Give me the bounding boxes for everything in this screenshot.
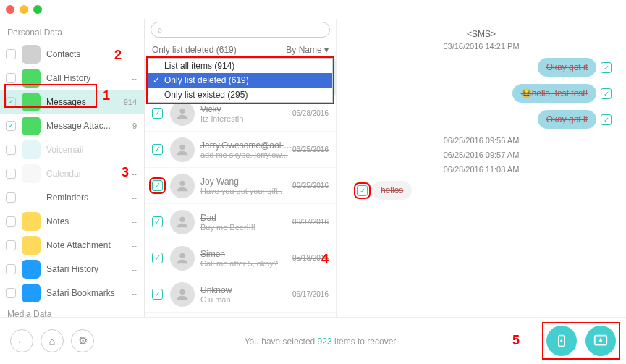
checkbox[interactable]: ✓ xyxy=(6,121,16,131)
conv-checkbox[interactable]: ✓ xyxy=(152,144,163,155)
sidebar-count: 914 xyxy=(124,98,137,106)
settings-button[interactable]: ⚙ xyxy=(71,329,94,352)
checkbox[interactable] xyxy=(6,216,16,227)
sidebar-item-contacts[interactable]: Contacts xyxy=(0,42,144,66)
bubble-checkbox[interactable]: ✓ xyxy=(601,114,612,125)
sidebar-item-safari-history[interactable]: Safari History -- xyxy=(0,257,144,281)
category-icon xyxy=(22,284,41,302)
svg-point-2 xyxy=(179,144,185,149)
sidebar-item-note-attachment[interactable]: Note Attachment -- xyxy=(0,233,144,257)
sidebar-item-voicemail[interactable]: Voicemail -- xyxy=(0,137,144,161)
conv-name: Simon xyxy=(200,249,292,259)
checkbox[interactable] xyxy=(6,192,16,203)
category-icon xyxy=(22,45,41,64)
sidebar-item-call-history[interactable]: Call History -- xyxy=(0,66,144,90)
conv-name: Joy Wang xyxy=(200,177,292,187)
filter-option[interactable]: Only list existed (295) xyxy=(148,88,332,102)
category-icon xyxy=(22,140,41,159)
conv-checkbox[interactable]: ✓ xyxy=(152,108,163,119)
avatar-icon xyxy=(170,137,195,162)
message-bubble-left: hellos xyxy=(372,181,412,200)
conversation-row[interactable]: ✓ Jerry.Owesome@aol.comadd me skype. jer… xyxy=(145,132,336,168)
min-dot[interactable] xyxy=(20,5,28,14)
bubble-checkbox[interactable]: ✓ xyxy=(357,185,368,196)
category-icon xyxy=(22,93,41,111)
checkbox[interactable] xyxy=(6,145,16,155)
bubble-checkbox[interactable]: ✓ xyxy=(601,62,612,73)
message-bubble: Okay got it xyxy=(538,58,596,77)
conv-preview: Buy me Beer!!!! xyxy=(200,223,292,232)
close-dot[interactable] xyxy=(6,5,14,14)
conv-name: Dad xyxy=(200,213,292,223)
conv-date: 05/18/2016 xyxy=(292,254,329,262)
detail-header-ts: 03/16/2016 14:21 PM xyxy=(347,42,616,51)
sidebar-label: Contacts xyxy=(46,49,137,59)
conversation-row[interactable]: ✓ UnknowC u man 06/17/2016 xyxy=(145,276,336,313)
conv-date: 06/17/2016 xyxy=(292,290,329,298)
checkbox[interactable] xyxy=(6,73,16,83)
bubble-checkbox[interactable]: ✓ xyxy=(601,88,612,99)
filter-option[interactable]: List all items (914) xyxy=(148,59,332,73)
conversation-row[interactable]: ✓ Joy WangHave you got your gift.. 06/25… xyxy=(145,168,336,204)
section-media: Media Data xyxy=(0,305,144,317)
filter-dropdown[interactable]: Only list deleted (619) xyxy=(152,45,237,55)
sidebar-label: Safari Bookmarks xyxy=(46,288,132,298)
back-button[interactable]: ← xyxy=(10,329,33,352)
filter-option[interactable]: Only list deleted (619) xyxy=(148,73,332,88)
category-icon xyxy=(22,260,41,279)
home-button[interactable]: ⌂ xyxy=(41,329,64,352)
conversation-row[interactable]: ✓ DadBuy me Beer!!!! 06/07/2016 xyxy=(145,204,336,240)
sidebar-item-reminders[interactable]: Reminders -- xyxy=(0,185,144,209)
conv-name: Vicky xyxy=(200,104,292,114)
sidebar-count: -- xyxy=(132,169,137,178)
sidebar: Personal Data Contacts Call History --✓ … xyxy=(0,19,145,317)
sidebar-count: -- xyxy=(132,265,137,274)
category-icon xyxy=(22,117,41,135)
conversation-row[interactable]: ✓ SimonCall me after 5, okay? 05/18/2016 xyxy=(145,240,336,276)
message-bubble: 😂hello, test test! xyxy=(512,84,596,103)
sidebar-item-message-attac-[interactable]: ✓ Message Attac... 9 xyxy=(0,114,144,137)
conv-checkbox[interactable]: ✓ xyxy=(152,216,163,227)
conv-checkbox[interactable]: ✓ xyxy=(152,289,163,300)
sidebar-item-notes[interactable]: Notes -- xyxy=(0,209,144,233)
search-input[interactable]: ⌕ xyxy=(151,22,330,38)
sidebar-label: Messages xyxy=(46,97,124,107)
conv-date: 06/28/2016 xyxy=(292,109,329,117)
sidebar-item-calendar[interactable]: Calendar -- xyxy=(0,161,144,185)
sidebar-count: -- xyxy=(132,241,137,250)
category-icon xyxy=(22,236,41,255)
conv-preview: Call me after 5, okay? xyxy=(200,259,292,268)
timestamp: 06/25/2016 09:56 AM xyxy=(347,136,616,145)
conv-name: Jerry.Owesome@aol.com xyxy=(200,140,292,151)
conv-preview: Have you got your gift.. xyxy=(200,187,292,195)
titlebar xyxy=(0,0,626,19)
detail-title: <SMS> xyxy=(347,29,616,39)
sidebar-item-safari-bookmarks[interactable]: Safari Bookmarks -- xyxy=(0,281,144,305)
timestamp: 06/28/2016 11:08 AM xyxy=(347,165,616,174)
footer: ← ⌂ ⚙ You have selected 923 items to rec… xyxy=(0,317,626,364)
conv-checkbox[interactable]: ✓ xyxy=(152,180,163,191)
sidebar-item-messages[interactable]: ✓ Messages 914 xyxy=(0,90,144,114)
checkbox[interactable] xyxy=(6,288,16,298)
filter-menu[interactable]: List all items (914)Only list deleted (6… xyxy=(148,58,333,103)
avatar-icon xyxy=(170,246,195,271)
sidebar-count: -- xyxy=(132,74,137,82)
conversation-row[interactable]: ✓ Sale Bezz xyxy=(145,313,336,317)
conv-checkbox[interactable]: ✓ xyxy=(152,253,163,263)
checkbox[interactable] xyxy=(6,240,16,250)
action-highlight xyxy=(542,322,620,360)
checkbox[interactable] xyxy=(6,49,16,59)
avatar-icon xyxy=(170,174,195,198)
conv-date: 06/25/2016 xyxy=(292,182,329,190)
checkbox[interactable]: ✓ xyxy=(6,97,16,107)
sidebar-label: Notes xyxy=(46,216,132,227)
svg-point-1 xyxy=(179,108,185,113)
sort-dropdown[interactable]: By Name ▾ xyxy=(286,45,329,55)
max-dot[interactable] xyxy=(33,5,42,14)
checkbox[interactable] xyxy=(6,169,16,179)
category-icon xyxy=(22,69,41,88)
conv-name: Unknow xyxy=(200,285,292,295)
avatar-icon xyxy=(170,210,195,234)
checkbox[interactable] xyxy=(6,264,16,274)
sidebar-count: -- xyxy=(132,289,137,297)
